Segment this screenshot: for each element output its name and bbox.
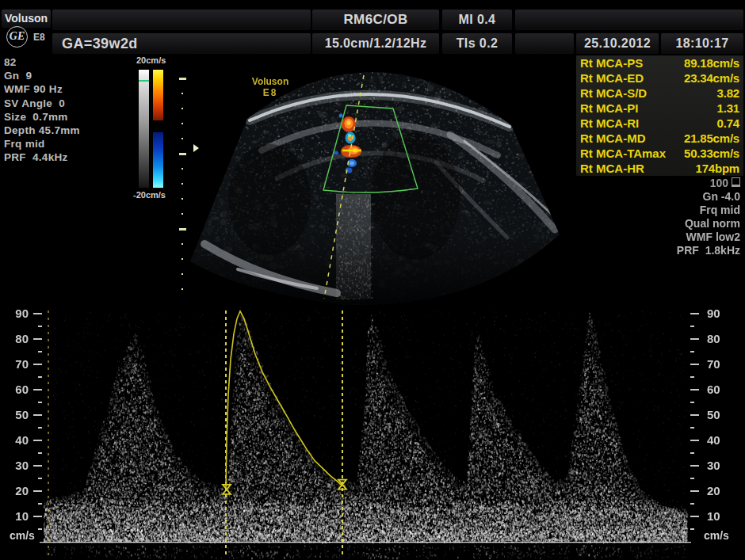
color-doppler-bar-negative (153, 132, 163, 188)
right-axis-major-tick (690, 389, 699, 390)
doppler-param-line: Gn -4.0 (550, 190, 740, 204)
measurement-results-panel: Rt MCA-PS89.18cm/sRt MCA-ED23.34cm/sRt M… (576, 55, 743, 176)
watermark-brand: Voluson (240, 76, 300, 87)
measurement-row: Rt MCA-HR174bpm (576, 161, 743, 176)
power-output-value: 100 (710, 177, 728, 189)
watermark-model: E8 (240, 87, 300, 98)
measurement-row: Rt MCA-PI1.31 (576, 101, 743, 116)
left-axis-tick-label: 90 (5, 307, 29, 321)
brand-badge: Voluson (2, 10, 51, 28)
left-axis-minor-tick (38, 402, 42, 403)
right-axis-minor-tick (690, 351, 694, 352)
left-axis-minor-tick (38, 503, 42, 505)
right-axis-tick-label: 70 (707, 357, 731, 371)
acquisition-param-line: Size 0.7mm (4, 110, 80, 124)
measurement-row: Rt MCA-RI0.74 (576, 116, 743, 131)
right-axis-major-tick (690, 465, 699, 467)
left-axis-tick-label: 80 (5, 332, 29, 346)
measurement-label: Rt MCA-HR (580, 161, 644, 176)
gray-map-marker (139, 80, 149, 82)
right-axis-major-tick (690, 338, 699, 340)
right-axis-unit: cm/s (704, 529, 729, 542)
acquisition-param-line: SV Angle 0 (4, 97, 80, 110)
bmode-color-image[interactable] (176, 59, 576, 306)
left-axis-major-tick (33, 414, 42, 416)
left-axis-major-tick (33, 516, 42, 517)
velocity-scale-max-label: 20cm/s (136, 55, 166, 65)
right-axis-minor-tick (690, 402, 694, 403)
doppler-param-line: Frq mid (550, 204, 740, 217)
right-axis-tick-label: 60 (707, 383, 731, 397)
left-axis-minor-tick (38, 452, 42, 454)
measurement-value: 21.85cm/s (684, 131, 739, 146)
right-axis-minor-tick (690, 503, 694, 505)
left-axis-minor-tick (38, 376, 42, 378)
right-axis-minor-tick (690, 376, 694, 378)
left-axis-major-tick (33, 338, 42, 340)
measurement-row: Rt MCA-MD21.85cm/s (576, 131, 743, 146)
left-axis-minor-tick (38, 351, 42, 352)
gestational-age: GA=39w2d (52, 33, 311, 54)
measurement-row: Rt MCA-PS89.18cm/s (576, 55, 743, 70)
left-axis-tick-label: 10 (5, 509, 29, 524)
ultrasound-screen: Voluson GE E8 RM6C/OB MI 0.4 GA=39w2d 15… (0, 0, 745, 560)
right-axis-major-tick (690, 516, 699, 517)
right-axis-minor-tick (690, 528, 694, 530)
right-axis-tick-label: 80 (707, 332, 731, 346)
right-axis-major-tick (690, 414, 699, 416)
left-axis-major-tick (33, 440, 42, 441)
depth-freq-indicator: 15.0cm/1.2/12Hz (312, 33, 439, 54)
power-icon (732, 177, 740, 187)
image-watermark: Voluson E8 (240, 76, 300, 98)
left-axis-minor-tick (38, 326, 42, 327)
right-axis-tick-label: 30 (707, 459, 731, 473)
measurement-row: Rt MCA-ED23.34cm/s (576, 70, 743, 86)
left-axis-major-tick (33, 389, 42, 390)
measurement-value: 3.82 (717, 86, 739, 101)
left-axis-tick-label: 60 (5, 383, 29, 397)
time-display: 18:10:17 (661, 33, 743, 54)
left-axis-minor-tick (38, 528, 42, 530)
right-axis-minor-tick (690, 326, 694, 327)
measurement-label: Rt MCA-ED (580, 70, 644, 86)
spectral-doppler-display[interactable] (0, 307, 745, 560)
left-axis-major-tick (33, 490, 42, 492)
left-axis-major-tick (33, 465, 42, 467)
acquisition-param-line: Gn 9 (4, 69, 80, 82)
measurement-value: 23.34cm/s (684, 70, 739, 86)
measurement-value: 174bpm (696, 161, 740, 176)
probe-program: RM6C/OB (312, 10, 439, 30)
right-axis-tick-label: 20 (707, 484, 731, 498)
doppler-param-line: PRF 1.8kHz (550, 244, 740, 257)
measurement-label: Rt MCA-RI (580, 116, 639, 131)
right-axis-minor-tick (690, 478, 694, 479)
right-axis-tick-label: 10 (707, 509, 731, 524)
right-axis-tick-label: 50 (707, 408, 731, 422)
acquisition-param-line: Frq mid (4, 137, 80, 150)
left-axis-major-tick (33, 313, 42, 314)
right-axis-minor-tick (690, 452, 694, 454)
right-axis-major-tick (690, 490, 699, 492)
acquisition-params: 82Gn 9WMF 90 HzSV Angle 0Size 0.7mmDepth… (4, 55, 80, 165)
right-axis-tick-label: 40 (707, 433, 731, 448)
right-axis-major-tick (690, 440, 699, 441)
power-output-line: 100 (550, 177, 740, 190)
left-axis-unit: cm/s (10, 529, 35, 542)
left-axis-tick-label: 30 (5, 459, 29, 473)
right-axis-major-tick (690, 313, 699, 314)
measurement-value: 1.31 (717, 101, 739, 116)
measurement-label: Rt MCA-PI (580, 101, 638, 116)
left-axis-tick-label: 20 (5, 484, 29, 498)
measurement-label: Rt MCA-TAmax (580, 146, 666, 161)
header-strip-right (515, 10, 743, 30)
color-doppler-bar-positive (153, 70, 163, 120)
left-axis-major-tick (33, 364, 42, 365)
gray-map-bar (139, 70, 149, 188)
left-axis-tick-label: 70 (5, 357, 29, 371)
doppler-param-line: Qual norm (550, 217, 740, 230)
right-axis-minor-tick (690, 427, 694, 429)
left-axis-tick-label: 40 (5, 433, 29, 448)
measurement-value: 50.33cm/s (684, 146, 739, 161)
right-axis-tick-label: 90 (707, 307, 731, 321)
doppler-params: 100Gn -4.0Frq midQual normWMF low2PRF 1.… (550, 177, 740, 257)
